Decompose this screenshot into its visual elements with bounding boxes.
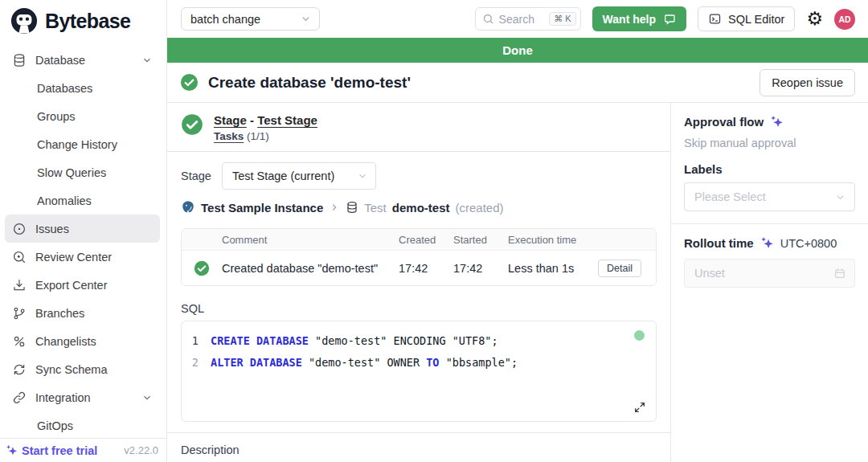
sparkle-icon xyxy=(5,444,18,457)
sparkle-icon xyxy=(760,235,775,251)
issue-status-banner: Done xyxy=(167,38,868,63)
want-help-button[interactable]: Want help xyxy=(592,6,686,31)
project-selector[interactable]: batch change xyxy=(181,7,320,31)
sidebar-item-change-history[interactable]: Change History xyxy=(5,130,160,158)
sql-editor-button[interactable]: SQL Editor xyxy=(698,6,795,31)
sidebar-item-groups[interactable]: Groups xyxy=(5,102,160,130)
sidebar-item-integration[interactable]: Integration xyxy=(5,383,160,411)
timezone-label: UTC+0800 xyxy=(780,237,837,250)
sidebar-item-label: Database xyxy=(35,54,85,67)
stage-link[interactable]: Stage xyxy=(214,113,247,127)
sidebar: Bytebase Database Databases Groups Chang… xyxy=(0,0,167,462)
rollout-time-header: Rollout time UTC+0800 xyxy=(684,235,855,251)
start-free-trial-link[interactable]: Start free trial xyxy=(5,444,97,457)
task-created-time: 17:42 xyxy=(399,262,453,275)
sidebar-item-database[interactable]: Database xyxy=(5,46,160,74)
chat-bubble-icon xyxy=(663,13,676,26)
sidebar-item-anomalies[interactable]: Anomalies xyxy=(5,186,160,215)
issue-sidebar: Approval flow Skip manual approval Label… xyxy=(671,103,868,462)
bytebase-app: Bytebase Database Databases Groups Chang… xyxy=(0,0,868,462)
brand-logo[interactable]: Bytebase xyxy=(0,0,166,42)
sidebar-item-review-center[interactable]: Review Center xyxy=(5,243,160,271)
chevron-down-icon xyxy=(141,55,153,66)
description-section-label: Description xyxy=(167,432,670,462)
sync-schema-icon xyxy=(12,362,27,377)
detail-button[interactable]: Detail xyxy=(598,260,641,277)
bytebase-mascot-icon xyxy=(10,7,38,35)
chevron-down-icon xyxy=(141,392,153,403)
search-input[interactable]: Search ⌘ K xyxy=(475,7,581,31)
labels-header: Labels xyxy=(684,162,855,176)
tasks-count: (1/1) xyxy=(247,130,269,142)
environment-name: Test xyxy=(364,201,387,215)
calendar-icon xyxy=(833,267,846,280)
sidebar-item-export-center[interactable]: Export Center xyxy=(5,271,160,299)
database-name[interactable]: demo-test xyxy=(392,201,450,215)
search-icon xyxy=(482,13,494,25)
sidebar-item-databases[interactable]: Databases xyxy=(5,74,160,102)
main-area: batch change Search ⌘ K Want help xyxy=(167,0,868,462)
stage-selector-row: Stage Test Stage (current) xyxy=(167,152,670,194)
success-check-icon xyxy=(180,73,199,92)
task-started-time: 17:42 xyxy=(453,262,508,275)
issue-title-row: Create database 'demo-test' Reopen issue xyxy=(167,63,868,103)
stage-header: Stage - Test Stage Tasks (1/1) xyxy=(167,103,670,152)
table-header: Comment Created Started Execution time xyxy=(182,229,656,251)
sql-section-label: SQL xyxy=(181,302,657,315)
stage-success-check-icon xyxy=(181,113,203,136)
sidebar-footer: Start free trial v2.22.0 xyxy=(0,438,166,462)
task-run-table: Comment Created Started Execution time xyxy=(181,228,657,286)
sparkle-icon xyxy=(769,114,784,129)
instance-name[interactable]: Test Sample Instance xyxy=(201,201,323,215)
stage-selector-label: Stage xyxy=(181,170,211,182)
panel-divider xyxy=(671,223,868,224)
task-comment: Created database "demo-test" xyxy=(222,262,399,275)
app-version: v2.22.0 xyxy=(124,444,158,456)
table-row[interactable]: Created database "demo-test" 17:42 17:42… xyxy=(182,251,656,285)
chevron-down-icon xyxy=(834,191,846,203)
stage-select[interactable]: Test Stage (current) xyxy=(222,162,376,190)
topbar: batch change Search ⌘ K Want help xyxy=(167,0,868,38)
task-execution-time: Less than 1s xyxy=(508,262,598,275)
sql-code-editor[interactable]: 1CREATE DATABASE "demo-test" ENCODING "U… xyxy=(181,321,657,422)
tasks-link[interactable]: Tasks xyxy=(214,130,244,142)
review-center-icon xyxy=(12,250,27,264)
row-success-check-icon xyxy=(194,260,210,276)
postgresql-icon xyxy=(181,200,195,215)
chevron-right-icon xyxy=(329,202,340,213)
sidebar-item-sync-schema[interactable]: Sync Schema xyxy=(5,355,160,383)
skip-approval-text: Skip manual approval xyxy=(684,137,855,149)
sidebar-nav: Database Databases Groups Change History… xyxy=(0,42,166,438)
brand-name: Bytebase xyxy=(45,10,130,33)
task-panel: Stage - Test Stage Tasks (1/1) Stage Tes… xyxy=(167,103,671,462)
chevron-down-icon xyxy=(357,170,368,182)
settings-gear-icon[interactable]: ⚙ xyxy=(806,10,823,28)
approval-flow-header: Approval flow xyxy=(684,114,855,129)
chevron-down-icon xyxy=(300,13,312,25)
labels-select[interactable]: Please Select xyxy=(684,182,855,211)
issue-content: Stage - Test Stage Tasks (1/1) Stage Tes… xyxy=(167,103,868,462)
database-icon xyxy=(346,201,358,214)
sql-code-lines: 1CREATE DATABASE "demo-test" ENCODING "U… xyxy=(182,330,656,374)
editor-status-dot xyxy=(634,330,645,341)
integration-icon xyxy=(12,390,27,405)
issues-icon xyxy=(12,222,27,236)
issue-title: Create database 'demo-test' xyxy=(208,74,411,92)
database-icon xyxy=(12,53,27,67)
database-created-suffix: (created) xyxy=(455,201,503,215)
branches-icon xyxy=(12,306,27,321)
sidebar-item-branches[interactable]: Branches xyxy=(5,299,160,327)
sidebar-item-gitops[interactable]: GitOps xyxy=(5,411,160,438)
sidebar-item-changelists[interactable]: Changelists xyxy=(5,327,160,355)
search-shortcut-badge: ⌘ K xyxy=(549,12,575,26)
database-breadcrumb: Test Sample Instance Test demo-test (cre… xyxy=(167,194,670,223)
user-avatar[interactable]: AD xyxy=(834,9,855,30)
sidebar-item-slow-queries[interactable]: Slow Queries xyxy=(5,158,160,186)
changelists-icon xyxy=(12,334,27,349)
sidebar-item-issues[interactable]: Issues xyxy=(5,215,160,243)
terminal-icon xyxy=(708,12,722,26)
reopen-issue-button[interactable]: Reopen issue xyxy=(760,69,855,96)
stage-name-link[interactable]: Test Stage xyxy=(257,113,317,127)
rollout-time-input[interactable]: Unset xyxy=(684,259,855,288)
expand-icon[interactable] xyxy=(633,401,646,414)
